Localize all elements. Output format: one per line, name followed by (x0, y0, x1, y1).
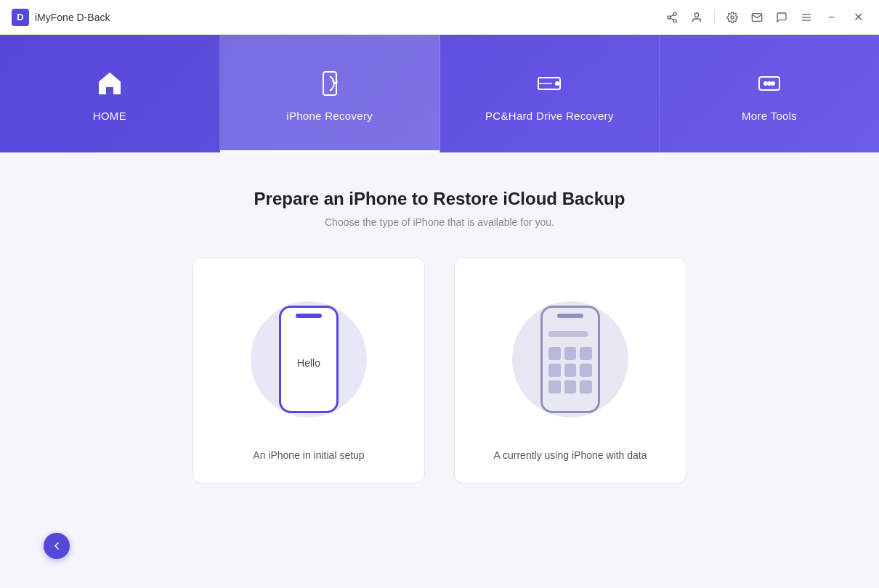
content-block-2 (564, 347, 577, 360)
harddrive-icon (532, 66, 567, 101)
iphone-recovery-icon (312, 66, 347, 101)
card-illustration-initial: Hello (243, 287, 374, 432)
nav-bar: HOME iPhone Recovery PC&Hard Drive Recov… (0, 35, 879, 152)
content-block-8 (564, 380, 577, 393)
chat-icon[interactable] (774, 10, 789, 25)
page-heading: Prepare an iPhone to Restore iCloud Back… (254, 189, 625, 209)
card-label-initial: An iPhone in initial setup (253, 449, 364, 461)
nav-label-home: HOME (93, 110, 126, 122)
app-title: iMyFone D-Back (35, 12, 110, 23)
home-icon (92, 66, 127, 101)
content-block-7 (548, 380, 561, 393)
svg-point-0 (673, 12, 676, 15)
separator (714, 11, 715, 24)
iphone-notch-initial (296, 314, 322, 318)
main-content: Prepare an iPhone to Restore iCloud Back… (0, 152, 879, 588)
content-block-6 (580, 364, 592, 377)
menu-icon[interactable] (799, 10, 814, 25)
page-subheading: Choose the type of iPhone that is availa… (325, 216, 554, 228)
user-icon[interactable] (689, 10, 704, 25)
nav-item-home[interactable]: HOME (0, 35, 220, 152)
nav-item-more-tools[interactable]: More Tools (660, 35, 879, 152)
svg-point-6 (731, 16, 734, 19)
back-button[interactable] (44, 533, 70, 559)
share-icon[interactable] (665, 10, 679, 25)
svg-point-12 (556, 82, 559, 85)
content-block-9 (580, 380, 592, 393)
title-bar-right: − ✕ (665, 7, 867, 27)
minimize-button[interactable]: − (824, 8, 839, 27)
content-block-1 (548, 347, 561, 360)
app-logo: D (12, 9, 29, 26)
mail-icon[interactable] (750, 10, 764, 25)
content-block-3 (580, 347, 592, 360)
iphone-using (540, 306, 600, 413)
svg-point-2 (673, 19, 676, 22)
svg-line-3 (670, 18, 673, 20)
iphone-content-using (543, 319, 598, 399)
nav-item-iphone-recovery[interactable]: iPhone Recovery (220, 35, 440, 152)
nav-label-pc-harddrive: PC&Hard Drive Recovery (485, 110, 614, 122)
svg-point-16 (768, 82, 771, 85)
title-bar-left: D iMyFone D-Back (12, 9, 110, 26)
more-tools-icon (752, 66, 787, 101)
cards-row: Hello An iPhone in initial setup (193, 257, 686, 483)
settings-icon[interactable] (725, 10, 740, 25)
svg-point-1 (668, 16, 671, 19)
svg-point-15 (764, 82, 767, 85)
svg-line-4 (670, 15, 673, 17)
nav-label-more-tools: More Tools (742, 110, 797, 122)
nav-item-pc-harddrive[interactable]: PC&Hard Drive Recovery (440, 35, 660, 152)
content-grid (548, 347, 592, 393)
content-block-5 (564, 364, 577, 377)
nav-label-iphone-recovery: iPhone Recovery (286, 110, 373, 122)
svg-point-17 (771, 82, 774, 85)
card-initial-setup[interactable]: Hello An iPhone in initial setup (193, 257, 425, 483)
card-illustration-using (505, 287, 636, 432)
card-currently-using[interactable]: A currently using iPhone with data (454, 257, 686, 483)
iphone-notch-using (557, 314, 583, 318)
card-label-using: A currently using iPhone with data (494, 449, 647, 461)
close-button[interactable]: ✕ (849, 7, 867, 27)
content-block-4 (548, 364, 561, 377)
svg-point-5 (694, 13, 698, 17)
iphone-hello-text: Hello (297, 357, 320, 369)
title-bar: D iMyFone D-Back − ✕ (0, 0, 879, 35)
iphone-initial: Hello (279, 306, 339, 413)
